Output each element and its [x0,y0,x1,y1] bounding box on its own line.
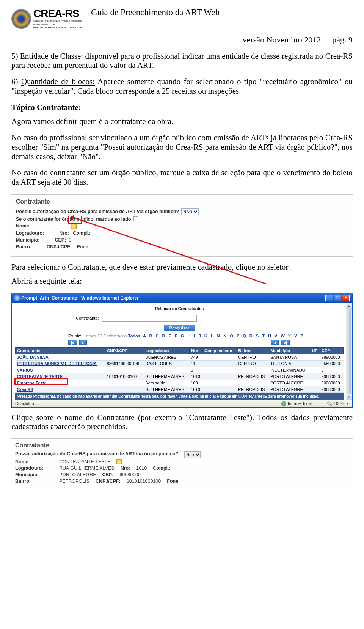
table-cell: 0 [189,367,202,373]
contratante-link[interactable]: PREFEITURA MUNICIPAL DE TEUTONIA [17,361,97,366]
search-input[interactable] [102,315,197,322]
label-fone-2: Fone: [167,478,180,484]
scrollbar[interactable]: ▴ ▾ [346,303,352,400]
table-cell: BUENOS AIRES [144,354,189,360]
lookup-icon[interactable] [71,223,77,229]
table-cell: PORTO ALEGRE [269,373,310,380]
table-row[interactable]: JOÃO DA SILVABUENOS AIRES749CENTROSANTA … [16,354,344,360]
paragraph-intro: Agora vamos definir quem é o contratante… [11,117,353,126]
pager-prev-button[interactable]: < [79,340,87,345]
table-header: Município [269,347,310,354]
table-cell: 1010 [189,373,202,380]
screenshot-contratante-filled: Contratante Possui autorização do Crea-R… [11,438,353,486]
table-cell: 1010 [189,386,202,392]
table-cell: DAS FLORES [144,360,189,367]
screenshot-contratante-empty: Contratante Possui autorização do Crea-R… [11,194,353,257]
select-autorizacao-2[interactable]: Não [184,451,201,458]
table-row[interactable]: Crea-RSGUILHERME ALVES1010PETROPOLISPORT… [16,386,344,392]
dialog-heading: Relação de Contratantes [15,306,344,311]
select-autorizacao[interactable]: NÃO [181,208,199,215]
table-cell: 90680000 [320,386,344,392]
window-titlebar: Prompt_Artn_Contratante - Windows Intern… [12,293,352,303]
table-cell: PREFEITURA MUNICIPAL DE TEUTONIA [16,360,105,367]
table-cell: CENTRO [237,360,269,367]
page-number: pág. 9 [332,35,353,45]
table-cell [203,373,237,380]
label-nome-2: Nome: [15,459,53,464]
table-cell: Sem saída [144,380,189,386]
page-title: Guia de Preenchimento da ART Web [91,8,220,17]
label-exibir: Exibir: [68,334,81,338]
close-button[interactable]: ✕ [342,295,350,301]
table-cell: 95890000 [320,360,344,367]
window-title: Prompt_Artn_Contratante - Windows Intern… [21,295,139,301]
version-text: versão Novembro 2012 [243,35,321,45]
link-ultimos[interactable]: Ultimos 10 Cadastrados [82,334,127,338]
pager-last-button[interactable]: >| [281,340,290,345]
table-row[interactable]: Empresa TesteSem saída100PORTO ALEGRE906… [16,380,344,386]
table-cell: 90680000 [320,373,344,380]
table-cell [203,354,237,360]
paragraph-5: 5) Entidade de Classe: disponível para o… [11,52,353,71]
minimize-button[interactable]: _ [325,295,333,301]
table-cell [203,380,237,386]
label-autorizacao-2: Possui autorização do Crea-RS para emiss… [15,451,178,458]
label-logradouro: Logradouro: [16,231,44,236]
zoom-dropdown-icon[interactable]: ▼ [346,402,349,405]
contratante-link[interactable]: Crea-RS [17,387,33,392]
value-nome: CONTRATANTE TESTE [59,459,110,464]
scrollbar-thumb[interactable] [347,309,351,394]
table-row[interactable]: CONTRATANTE TESTE1010101000100GUILHERME … [16,373,344,380]
table-cell: VÁRIOS [16,367,105,373]
scroll-up-icon[interactable]: ▴ [346,303,352,309]
table-cell: TEUTONIA [269,360,310,367]
paragraph-seletor: Para selecionar o Contratante, que deve … [11,262,353,272]
paragraph-clique-nome: Clique sobre o nome do Contratante (por … [11,413,353,432]
contratante-link[interactable]: Empresa Teste [17,381,46,385]
table-cell: PORTO ALEGRE [269,380,310,386]
table-header: Logradouro [144,347,189,354]
table-header: CNPJ/CPF [105,347,144,354]
link-todos[interactable]: Todos [128,334,140,338]
label-fone: Fone: [77,244,90,249]
table-cell: INDETERMINADO [269,367,310,373]
table-cell: 100 [189,380,202,386]
label-cnpj-2: CNPJ/CPF: [96,478,121,484]
table-row[interactable]: PREFEITURA MUNICIPAL DE TEUTONIA88661400… [16,360,344,367]
pager-first-button[interactable]: |< [68,340,77,345]
table-cell [310,354,320,360]
table-cell: 90680000 [320,380,344,386]
label-municipio: Municipio: [16,237,40,243]
table-cell [105,386,144,392]
search-button[interactable]: Pesquisar [164,325,195,331]
lookup-icon-2[interactable] [116,459,122,464]
results-table: ContratanteCNPJ/CPFLogradouroNroCompleme… [15,347,344,393]
table-cell [144,367,189,373]
paragraph-abrir-tela: Abrirá a seguinte tela: [11,276,353,286]
version-row: versão Novembro 2012 pág. 9 [11,35,353,46]
table-cell [310,373,320,380]
contratante-link[interactable]: VÁRIOS [17,368,33,372]
contratante-link[interactable]: CONTRATANTE TESTE [17,374,63,379]
alpha-filter[interactable]: A B C D E F G H I J K L M N O P Q R S T … [143,334,304,338]
contratante-link[interactable]: JOÃO DA SILVA [17,355,49,359]
table-cell: JOÃO DA SILVA [16,354,105,360]
label-bairro-2: Bairro: [15,478,53,484]
label-cep-2: CEP: [102,472,114,477]
value-logradouro: RUA GUILHERME ALVES [59,466,115,471]
pager-next-button[interactable]: > [271,340,279,345]
table-cell: 88661400000199 [105,360,144,367]
table-cell: GUILHERME ALVES [144,373,189,380]
table-cell [203,360,237,367]
scroll-down-icon[interactable]: ▾ [346,394,352,400]
value-cep-2: 90680000 [119,472,141,477]
maximize-button[interactable]: □ [334,295,341,301]
table-header: Bairro [237,347,269,354]
status-done: Concluído [15,401,34,406]
table-row[interactable]: VÁRIOS0INDETERMINADO0 [16,367,344,373]
label-logradouro-2: Logradouro: [15,466,53,471]
label-compl-2: Compl.: [153,466,171,471]
paragraph-orgao-publico: No caso do contratante ser um órgão públ… [11,168,353,187]
checkbox-orgao-publico[interactable] [133,216,138,221]
label-bairro: Bairro: [16,244,31,249]
